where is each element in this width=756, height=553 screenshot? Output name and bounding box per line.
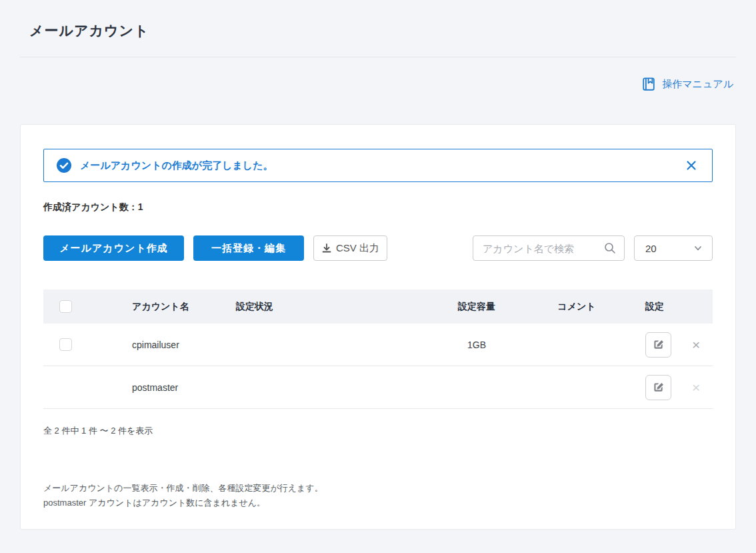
manual-book-icon <box>641 77 656 91</box>
header-checkbox-cell <box>43 300 132 313</box>
table-header-row: アカウント名 設定状況 設定容量 コメント 設定 <box>43 290 713 324</box>
footer-note-line1: メールアカウントの一覧表示・作成・削除、各種設定変更が行えます。 <box>43 481 713 496</box>
chevron-down-icon <box>693 243 703 253</box>
account-name-cell: cpimailuser <box>132 340 236 350</box>
delete-row-button-disabled[interactable]: × <box>692 380 700 394</box>
header-account-name: アカウント名 <box>132 301 236 313</box>
alert-close-button[interactable] <box>684 158 699 173</box>
csv-export-button[interactable]: CSV 出力 <box>313 235 387 261</box>
pagination-summary: 全 2 件中 1 件 〜 2 件を表示 <box>43 425 713 437</box>
csv-button-label: CSV 出力 <box>336 242 379 255</box>
accounts-table: アカウント名 設定状況 設定容量 コメント 設定 cpimailuser 1GB <box>43 290 713 409</box>
success-check-icon <box>57 158 71 173</box>
download-icon <box>321 243 332 253</box>
table-row: cpimailuser 1GB × <box>43 324 713 366</box>
search-icon <box>603 241 617 255</box>
delete-row-button[interactable]: × <box>692 338 700 352</box>
edit-settings-button[interactable] <box>645 375 671 400</box>
settings-cell: × <box>623 332 713 358</box>
search-box <box>473 235 625 261</box>
edit-settings-button[interactable] <box>645 332 671 358</box>
manual-row: 操作マニュアル <box>0 77 733 91</box>
page-title: メールアカウント <box>0 0 756 40</box>
header-settings: 設定 <box>623 301 713 313</box>
page-size-value: 20 <box>645 243 657 254</box>
table-row: postmaster × <box>43 366 713 409</box>
row-checkbox-cell <box>43 338 132 351</box>
edit-icon <box>651 380 665 394</box>
alert-message: メールアカウントの作成が完了しました。 <box>80 159 273 172</box>
content-card: メールアカウントの作成が完了しました。 作成済アカウント数：1 メールアカウント… <box>20 124 736 530</box>
mail-account-page: メールアカウント 操作マニュアル メールアカウントの作成が完了しました。 <box>0 0 756 553</box>
bulk-register-edit-button[interactable]: 一括登録・編集 <box>193 235 304 261</box>
close-icon <box>685 159 697 171</box>
account-count-label: 作成済アカウント数：1 <box>43 201 713 213</box>
footer-notes: メールアカウントの一覧表示・作成・削除、各種設定変更が行えます。 postmas… <box>43 481 713 510</box>
toolbar: メールアカウント作成 一括登録・編集 CSV 出力 <box>43 235 713 261</box>
edit-icon <box>651 338 665 352</box>
title-divider <box>20 57 736 57</box>
manual-link-label: 操作マニュアル <box>662 78 733 91</box>
create-account-button[interactable]: メールアカウント作成 <box>43 235 184 261</box>
select-all-checkbox[interactable] <box>59 300 72 313</box>
row-checkbox[interactable] <box>59 338 72 351</box>
search-button[interactable] <box>602 240 618 256</box>
header-comment: コメント <box>530 301 623 313</box>
header-capacity: 設定容量 <box>423 301 530 313</box>
header-setting-status: 設定状況 <box>236 301 423 313</box>
settings-cell: × <box>623 375 713 400</box>
capacity-cell: 1GB <box>423 340 530 350</box>
page-size-select[interactable]: 20 <box>634 235 713 261</box>
success-alert: メールアカウントの作成が完了しました。 <box>43 149 713 182</box>
operation-manual-link[interactable]: 操作マニュアル <box>641 77 733 91</box>
account-name-cell: postmaster <box>132 382 236 393</box>
footer-note-line2: postmaster アカウントはアカウント数に含まれません。 <box>43 496 713 510</box>
